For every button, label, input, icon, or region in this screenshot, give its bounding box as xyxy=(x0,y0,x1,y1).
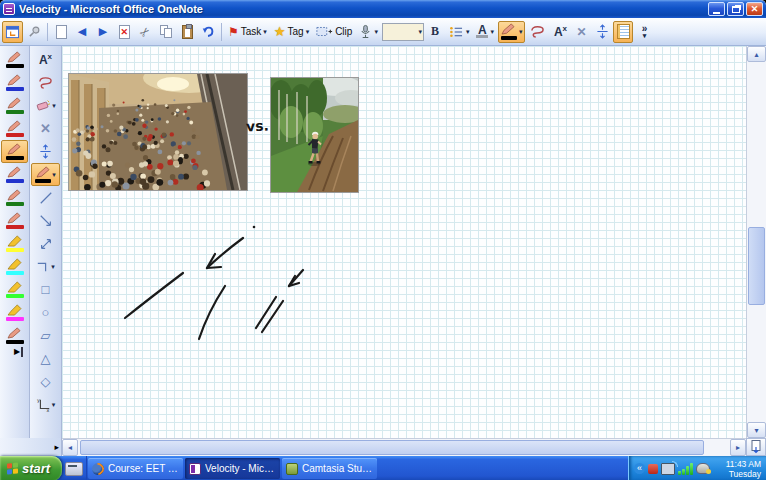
full-page-view-button[interactable] xyxy=(2,21,23,43)
text-size-button[interactable]: Ax xyxy=(550,21,570,43)
highlighter-button-9[interactable] xyxy=(1,255,28,278)
screen-clipping-button[interactable]: Clip xyxy=(313,21,355,43)
next-page-button[interactable] xyxy=(746,438,766,456)
more-pens-button[interactable]: ▶ xyxy=(14,347,23,357)
rectangle-tool-button[interactable]: □ xyxy=(31,278,60,301)
delete-page-button[interactable] xyxy=(114,21,134,43)
close-button[interactable]: ✕ xyxy=(746,2,763,16)
insert-space-tool-button[interactable] xyxy=(31,140,60,163)
vertical-scrollbar[interactable]: ▴ ▾ xyxy=(746,46,766,438)
tray-collapse-icon[interactable]: « xyxy=(634,463,645,474)
paste-icon xyxy=(182,25,193,39)
pen-color-swatch xyxy=(501,36,517,40)
dropdown-arrow-icon[interactable]: ▾ xyxy=(417,28,423,35)
delete-tool-button[interactable]: ✕ xyxy=(31,117,60,140)
back-button[interactable]: ◀ xyxy=(72,21,92,43)
type-text-tool-button[interactable]: Ax xyxy=(31,48,60,71)
dropdown-arrow-icon[interactable]: ▾ xyxy=(51,263,55,270)
double-arrow-tool-button[interactable] xyxy=(31,232,60,255)
taskbar-button-camtasia[interactable]: Camtasia Studio - U... xyxy=(282,458,377,479)
dropdown-arrow-icon[interactable]: ▾ xyxy=(52,171,56,178)
cut-button[interactable]: ✂ xyxy=(135,21,155,43)
horizontal-scrollbar-track[interactable] xyxy=(78,439,730,456)
dropdown-arrow-icon[interactable]: ▾ xyxy=(519,28,523,35)
horizontal-scrollbar[interactable]: ◂ ▸ xyxy=(62,438,746,456)
tag-button[interactable]: ★ Tag ▾ xyxy=(271,21,312,43)
pen-button-0[interactable] xyxy=(1,48,28,71)
vertical-scrollbar-thumb[interactable] xyxy=(748,227,765,305)
pen-button-7[interactable] xyxy=(1,209,28,232)
bullet-list-icon xyxy=(449,26,464,38)
down-arrow-icon: ▾ xyxy=(754,426,758,435)
parallelogram-tool-button[interactable]: ▱ xyxy=(31,324,60,347)
scroll-right-button[interactable]: ▸ xyxy=(730,439,746,456)
scroll-up-button[interactable]: ▴ xyxy=(747,46,766,62)
copy-button[interactable] xyxy=(156,21,176,43)
rule-lines-button[interactable] xyxy=(613,21,633,43)
font-color-button[interactable]: A ▾ xyxy=(473,21,497,43)
pin-window-button[interactable] xyxy=(24,21,44,43)
microphone-icon xyxy=(359,24,372,39)
tray-clock[interactable]: 11:43 AM Tuesday xyxy=(726,459,761,479)
security-alert-icon[interactable] xyxy=(648,464,658,474)
new-page-button[interactable] xyxy=(51,21,71,43)
pen-toolbar-button[interactable]: ▾ xyxy=(498,21,526,43)
lasso-select-tool-button[interactable] xyxy=(31,71,60,94)
restore-button[interactable] xyxy=(727,2,744,16)
tablet-input-panel-icon[interactable] xyxy=(65,462,83,476)
taskbar-button-firefox[interactable]: Course: EET 122 - I... xyxy=(88,458,183,479)
delete-button[interactable]: ✕ xyxy=(571,21,591,43)
pen-tool-icon xyxy=(35,166,51,183)
pen-button-4[interactable] xyxy=(1,140,28,163)
taskbar-button-onenote[interactable]: Velocity - Microsoft ... xyxy=(185,458,280,479)
pen-button-1[interactable] xyxy=(1,71,28,94)
toolbar-options-button[interactable]: »▾ xyxy=(634,21,654,43)
pen-tool-button[interactable]: ▾ xyxy=(31,163,60,186)
pen-button-2[interactable] xyxy=(1,94,28,117)
dropdown-arrow-icon[interactable]: ▾ xyxy=(490,28,494,35)
record-audio-button[interactable]: ▾ xyxy=(356,21,381,43)
insert-remove-space-button[interactable] xyxy=(592,21,612,43)
highlighter-icon xyxy=(7,281,22,293)
bold-button[interactable]: B xyxy=(425,21,445,43)
dropdown-arrow-icon[interactable]: ▾ xyxy=(52,401,56,408)
dropdown-arrow-icon[interactable]: ▾ xyxy=(52,102,56,109)
toolbar-overflow-icon[interactable]: ▸ xyxy=(54,442,59,452)
arrow-tool-button[interactable] xyxy=(31,209,60,232)
line-tool-button[interactable] xyxy=(31,186,60,209)
axes-tool-button[interactable]: yx▾ xyxy=(31,393,60,416)
forward-button[interactable]: ▶ xyxy=(93,21,113,43)
dropdown-arrow-icon[interactable]: ▾ xyxy=(306,28,310,35)
highlighter-button-8[interactable] xyxy=(1,232,28,255)
minimize-button[interactable] xyxy=(708,2,725,16)
eraser-tool-button[interactable]: ▾ xyxy=(31,94,60,117)
scroll-left-button[interactable]: ◂ xyxy=(62,439,78,456)
vertical-scrollbar-track[interactable] xyxy=(747,62,766,422)
undo-button[interactable] xyxy=(198,21,218,43)
ellipse-tool-button[interactable]: ○ xyxy=(31,301,60,324)
dropdown-arrow-icon[interactable]: ▾ xyxy=(466,28,470,35)
highlighter-button-10[interactable] xyxy=(1,278,28,301)
tablet-device-icon[interactable] xyxy=(696,463,710,474)
pen-button-3[interactable] xyxy=(1,117,28,140)
diamond-tool-button[interactable]: ◇ xyxy=(31,370,60,393)
wireless-network-icon[interactable] xyxy=(661,463,675,475)
pen-button-5[interactable] xyxy=(1,163,28,186)
highlighter-button-11[interactable] xyxy=(1,301,28,324)
pen-button-6[interactable] xyxy=(1,186,28,209)
triangle-tool-button[interactable]: △ xyxy=(31,347,60,370)
eraser-lasso-button[interactable] xyxy=(526,21,549,43)
bullets-button[interactable]: ▾ xyxy=(446,21,473,43)
dropdown-arrow-icon[interactable]: ▾ xyxy=(374,28,378,35)
signal-strength-icon[interactable] xyxy=(678,463,693,475)
pen-button-12[interactable] xyxy=(1,324,28,347)
paste-button[interactable] xyxy=(177,21,197,43)
style-combobox[interactable]: ▾ xyxy=(382,23,424,41)
dropdown-arrow-icon[interactable]: ▾ xyxy=(263,28,267,35)
start-button[interactable]: start xyxy=(0,456,62,480)
page-canvas[interactable]: vs. xyxy=(62,46,746,438)
scroll-down-button[interactable]: ▾ xyxy=(747,422,766,438)
horizontal-scrollbar-thumb[interactable] xyxy=(80,440,704,455)
corner-line-tool-button[interactable]: ▾ xyxy=(31,255,60,278)
task-flag-button[interactable]: ⚑ Task ▾ xyxy=(225,21,270,43)
